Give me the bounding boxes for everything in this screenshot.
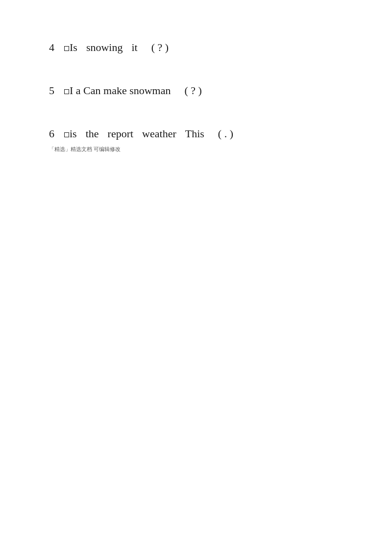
page-content: 4 Is snowing it ( ? ) 5 I a Can make sno… bbox=[0, 0, 392, 142]
word-5-1: I a Can make snowman bbox=[70, 82, 171, 99]
checkbox-6 bbox=[64, 132, 69, 137]
punctuation-5: ( ? ) bbox=[185, 82, 202, 99]
item-number-4: 4 bbox=[49, 39, 64, 55]
item-number-6: 6 bbox=[49, 126, 64, 142]
exercise-item-4: 4 Is snowing it ( ? ) bbox=[49, 39, 343, 55]
exercise-item-6: 6 is the report weather This ( . ) bbox=[49, 126, 343, 142]
footer-note: 「精选」精选文档 可编辑修改 bbox=[49, 146, 121, 153]
word-6-2: the bbox=[86, 126, 99, 142]
word-4-3: it bbox=[131, 39, 137, 55]
checkbox-5 bbox=[64, 89, 69, 94]
word-6-3: report bbox=[108, 126, 134, 142]
checkbox-4 bbox=[64, 46, 69, 51]
exercise-item-5: 5 I a Can make snowman ( ? ) bbox=[49, 82, 343, 99]
word-6-5: This bbox=[185, 126, 204, 142]
punctuation-6: ( . ) bbox=[218, 126, 233, 142]
item-words-6: is the report weather This ( . ) bbox=[70, 126, 233, 142]
punctuation-4: ( ? ) bbox=[151, 39, 169, 55]
item-number-5: 5 bbox=[49, 82, 64, 99]
word-4-1: Is bbox=[70, 39, 77, 55]
item-words-5: I a Can make snowman ( ? ) bbox=[70, 82, 202, 99]
item-words-4: Is snowing it ( ? ) bbox=[70, 39, 169, 55]
word-6-4: weather bbox=[142, 126, 176, 142]
word-4-2: snowing bbox=[86, 39, 123, 55]
word-6-1: is bbox=[70, 126, 77, 142]
